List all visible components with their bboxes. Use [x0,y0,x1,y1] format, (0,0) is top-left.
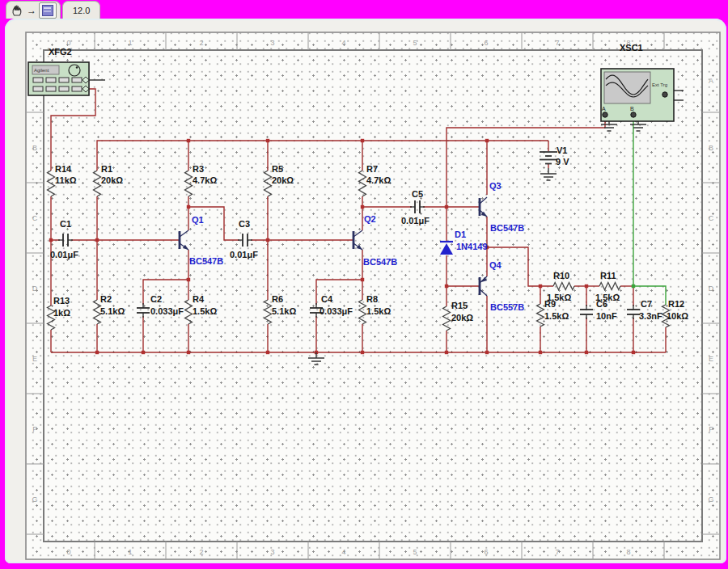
component-ref-label: R15 [451,301,468,310]
component-C6[interactable]: C610nF [580,299,617,321]
component-R6[interactable]: R65.1kΩ [265,294,297,324]
component-part-label: BC547B [189,256,223,266]
schematic-canvas[interactable]: 001122334455667788AABBCCDDEEFFGGR1411kΩR… [0,0,728,569]
component-ref-label: V1 [557,145,567,155]
component-ref-label: R3 [193,164,204,174]
component-R2[interactable]: R25.1kΩ [94,294,125,324]
component-value-label: 11kΩ [55,175,77,185]
component-Q3[interactable]: Q3BC547B [480,181,524,233]
wire-junction [361,351,364,354]
component-R4[interactable]: R41.5kΩ [185,294,218,324]
xfg2-button[interactable] [33,86,43,91]
svg-text:3: 3 [270,548,274,556]
ground-symbol[interactable] [308,352,324,365]
wire-junction [266,351,269,354]
wire[interactable] [97,141,548,171]
wire-junction [95,238,99,242]
component-ref-label: C1 [60,219,71,229]
component-C3[interactable]: C30.01μF [230,219,258,259]
xfg2-button[interactable] [33,78,43,82]
component-Q1[interactable]: Q1BC547B [180,215,223,266]
xfg2-ref-label: XFG2 [49,47,72,57]
xfg2-button[interactable] [72,78,82,82]
desktop-background: → 12.0 001122334455667788AABBCCDDEEFFGGR… [0,0,728,569]
wire-junction [485,351,489,354]
xfg2-button[interactable] [59,78,69,82]
component-ref-label: R12 [668,299,684,309]
xsc1-ext-trig-terminal[interactable] [662,92,667,97]
resistor-symbol [599,283,620,290]
wire-junction [187,351,190,354]
xfg2-button[interactable] [46,86,56,91]
component-R1[interactable]: R120kΩ [94,164,124,196]
component-R3[interactable]: R34.7kΩ [185,164,218,196]
wire-junction [142,351,145,354]
wire[interactable] [447,118,605,207]
svg-text:0: 0 [66,548,70,556]
xfg2-button[interactable] [46,78,56,82]
instrument-xsc1[interactable]: Ext TrgABXSC1 [601,43,674,121]
xsc1-channel-a-terminal[interactable] [603,112,607,117]
component-C7[interactable]: C73.3nF [627,299,662,321]
component-value-label: 10nF [596,311,617,321]
svg-text:6: 6 [484,39,488,47]
component-value-label: 20kΩ [101,175,123,185]
grid-document-icon [42,5,53,16]
svg-text:F: F [709,425,713,433]
grid-document-button[interactable] [39,2,57,19]
wire[interactable] [51,89,95,171]
resistor-symbol [265,171,272,196]
resistor-symbol [443,306,451,331]
wire-junction [632,284,635,288]
component-C2[interactable]: C20.033μF [137,294,184,318]
zoom-level-tab[interactable]: 12.0 [62,1,100,19]
xfg2-button[interactable] [72,86,82,91]
wire-junction [539,284,542,288]
ground-symbol[interactable] [540,168,557,180]
zoom-level-value: 12.0 [73,6,90,15]
xsc1-ext-trig-label: Ext Trg [652,82,667,87]
component-R14[interactable]: R1411kΩ [48,164,77,196]
component-R7[interactable]: R74.7kΩ [359,164,392,196]
component-ref-label: R7 [366,164,378,174]
xsc1-channel-b-terminal[interactable] [631,112,636,117]
wire-junction [361,205,364,209]
wire-junction [445,205,448,209]
component-ref-label: R5 [272,164,283,174]
component-R15[interactable]: R1520kΩ [443,301,474,331]
resistor-symbol [537,304,544,327]
resistor-symbol [359,300,366,324]
resistor-symbol [185,171,193,196]
component-value-label: 3.3nF [639,311,662,321]
component-V1[interactable]: V19 V [540,145,569,166]
svg-text:D: D [709,284,714,293]
wire[interactable] [51,196,60,240]
instrument-xfg2[interactable]: AgilentXFG2 [28,47,89,95]
component-Q4[interactable]: Q4BC557B [480,260,524,312]
component-value-label: 20kΩ [451,313,473,322]
component-R9[interactable]: R91.5kΩ [537,299,569,327]
xsc1-channel-a-label: A [602,106,606,112]
xfg2-button[interactable] [59,86,69,91]
component-R8[interactable]: R81.5kΩ [359,294,392,324]
xfg2-knob[interactable] [69,65,80,76]
component-value-label: 1.5kΩ [544,311,569,321]
component-value-label: 4.7kΩ [366,175,391,185]
wire-junction [49,238,53,242]
wire-junction [361,139,364,142]
svg-text:3: 3 [270,39,274,47]
component-Q2[interactable]: Q2BC547B [353,214,397,267]
svg-text:4: 4 [341,548,345,556]
resistor-symbol [359,171,366,196]
component-ref-label: R14 [55,164,72,174]
component-D1[interactable]: D11N4149 [440,230,488,255]
component-C1[interactable]: C10.01μF [50,219,78,259]
component-value-label: 1.5kΩ [366,306,391,316]
component-R5[interactable]: R520kΩ [265,164,294,196]
component-value-label: 0.01μF [401,216,430,225]
svg-text:2: 2 [199,39,203,47]
pan-hand-icon[interactable] [11,2,24,18]
component-value-label: 1.5kΩ [193,306,217,316]
component-ref-label: C4 [321,294,333,304]
wire-junction [632,351,635,354]
